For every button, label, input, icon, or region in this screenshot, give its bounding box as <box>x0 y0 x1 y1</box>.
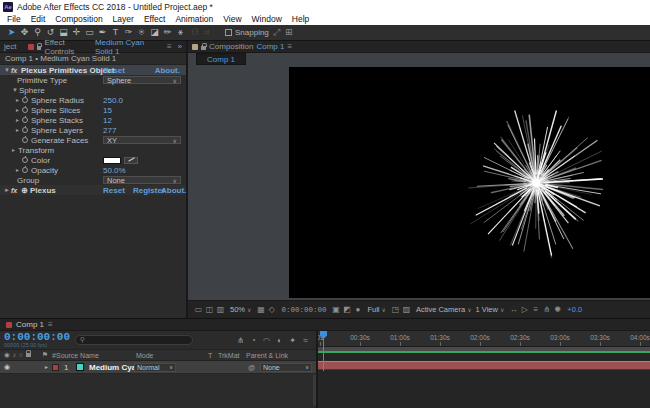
sphere-radius-value[interactable]: 250.0 <box>103 96 123 105</box>
composition-tab[interactable]: Composition <box>209 42 253 51</box>
viewer-tab-comp1[interactable]: Comp 1 <box>196 53 246 65</box>
timeline-scrollbar[interactable] <box>313 374 316 406</box>
panel-menu-icon[interactable]: ≡ <box>167 42 172 51</box>
blend-mode-dropdown[interactable]: Normal <box>134 363 176 372</box>
twirl-down-icon[interactable]: ▼ <box>3 67 11 73</box>
project-tab-partial[interactable]: ject <box>4 42 16 51</box>
expand-icon[interactable]: ► <box>11 147 18 153</box>
expand-icon[interactable]: ► <box>15 167 22 173</box>
magnification-dropdown[interactable]: 50% <box>230 305 251 314</box>
label-column-icon[interactable]: ⚑ <box>38 351 52 359</box>
fx-badge-icon[interactable]: fx <box>11 67 21 74</box>
composition-tab-target[interactable]: Comp 1 <box>256 42 284 51</box>
view-layout-dropdown[interactable]: 1 View <box>476 305 505 314</box>
mode-column-header[interactable]: Mode <box>136 352 154 359</box>
stopwatch-icon[interactable] <box>22 137 28 143</box>
parent-dropdown[interactable]: None <box>260 363 312 372</box>
overflow-icon[interactable]: » <box>178 42 182 51</box>
expand-icon[interactable]: ► <box>15 97 22 103</box>
eye-icon[interactable]: ◉ <box>0 363 14 371</box>
group-dropdown[interactable]: None <box>103 176 181 184</box>
region-of-interest-icon[interactable]: ◳ <box>390 305 401 314</box>
mask-visibility-icon[interactable]: ◇ <box>266 305 277 314</box>
magnification-icon[interactable]: ▥ <box>215 305 226 314</box>
lock-icon[interactable] <box>201 46 206 50</box>
mask-expand-icon[interactable]: ⊞ <box>283 27 295 37</box>
sphere-slices-value[interactable]: 15 <box>103 106 112 115</box>
pixel-aspect-icon[interactable]: ↔ <box>508 305 519 314</box>
composition-frame[interactable] <box>289 67 650 298</box>
shy-layers-icon[interactable]: ◔ <box>247 336 260 345</box>
sphere-stacks-value[interactable]: 12 <box>103 116 112 125</box>
eraser-tool-icon[interactable]: ◪ <box>148 27 161 37</box>
stopwatch-icon[interactable] <box>22 167 28 173</box>
motion-blur-icon[interactable]: ◐ <box>273 336 286 345</box>
brush-tool-icon[interactable]: ✑ <box>122 27 135 37</box>
trkmat-column-header[interactable]: TrkMat <box>218 352 240 359</box>
expand-icon[interactable]: ► <box>15 117 22 123</box>
pickwhip-icon[interactable]: @ <box>248 364 255 371</box>
hand-tool-icon[interactable]: ✥ <box>18 27 31 37</box>
row-sphere-group[interactable]: ▼ Sphere <box>0 85 186 95</box>
twirl-right-icon[interactable]: ► <box>3 187 11 193</box>
expand-icon[interactable]: ► <box>15 107 22 113</box>
effect-name[interactable]: Plexus <box>30 186 56 195</box>
playhead[interactable] <box>320 331 327 371</box>
time-ruler[interactable]: 0s00:30s01:00s01:30s02:00s02:30s03:00s03… <box>318 331 650 347</box>
eye-icon[interactable]: ◉ <box>4 351 10 359</box>
stopwatch-icon[interactable] <box>22 107 28 113</box>
frame-blending-icon[interactable]: ◠ <box>260 336 273 345</box>
t-column-header[interactable]: T <box>208 352 212 359</box>
opacity-value[interactable]: 50.0% <box>103 166 126 175</box>
effect-name[interactable]: Plexus Primitives Object <box>21 66 114 75</box>
roto-brush-tool-icon[interactable]: ✏ <box>161 27 174 37</box>
menu-item[interactable]: Composition <box>50 14 107 24</box>
preview-timecode[interactable]: 0:00:00:00 <box>281 306 326 314</box>
stamp-tool-icon[interactable]: ⍟ <box>135 27 148 38</box>
effect-header-plexus-primitives[interactable]: ▼ fx Plexus Primitives Object Reset Abou… <box>0 65 186 75</box>
menu-bar[interactable]: FileEditCompositionLayerEffectAnimationV… <box>0 13 650 25</box>
snapping-toggle[interactable]: Snapping <box>225 28 269 37</box>
stopwatch-icon[interactable] <box>22 127 28 133</box>
layer-label-color[interactable] <box>52 364 59 371</box>
primitive-type-dropdown[interactable]: Sphere <box>103 76 181 84</box>
exposure-value[interactable]: +0.0 <box>567 305 582 314</box>
expand-icon[interactable]: ► <box>15 127 22 133</box>
timeline-search-input[interactable]: ⚲ <box>75 335 193 345</box>
pan-behind-tool-icon[interactable]: ✛ <box>70 27 83 37</box>
show-snapshot-icon[interactable]: ◩ <box>341 305 352 314</box>
menu-item[interactable]: View <box>218 14 246 24</box>
panel-menu-icon[interactable]: ≡ <box>287 42 292 51</box>
puppet-tool-icon[interactable]: ⚹ <box>174 27 187 38</box>
menu-item[interactable]: Effect <box>139 14 171 24</box>
layer-expand-icon[interactable]: ► <box>44 364 49 370</box>
menu-item[interactable]: File <box>2 14 26 24</box>
mini-flowchart-icon[interactable]: ⋔ <box>234 336 247 345</box>
flowchart-button-icon[interactable]: ⋔ <box>541 305 552 314</box>
snapshot-icon[interactable]: ▣ <box>330 305 341 314</box>
twirl-down-icon[interactable]: ▼ <box>11 87 19 93</box>
panel-menu-icon[interactable]: ≡ <box>48 320 53 329</box>
reset-link[interactable]: Reset <box>103 66 125 75</box>
menu-item[interactable]: Layer <box>108 14 139 24</box>
channels-icon[interactable]: ● <box>352 305 363 314</box>
selection-tool-icon[interactable]: ➤ <box>5 27 18 37</box>
fast-previews-icon[interactable]: ▷ <box>519 305 530 314</box>
shape-expand-icon[interactable]: ⤢ <box>271 27 283 38</box>
always-preview-icon[interactable]: ▭ <box>193 305 204 314</box>
stopwatch-icon[interactable] <box>22 97 28 103</box>
generate-faces-dropdown[interactable]: XY <box>103 136 181 144</box>
lock-icon[interactable] <box>37 46 42 50</box>
shape-tool-icon[interactable]: ▭ <box>83 27 96 37</box>
layer-row-medium-cyan-solid[interactable]: ◉ ► 1 Medium Cyan Solid 1 Normal @ None <box>0 361 316 374</box>
transparency-grid-icon[interactable]: ▨ <box>401 305 412 314</box>
reset-exposure-icon[interactable]: ✺ <box>552 305 563 314</box>
graph-editor-icon[interactable]: ≈ <box>299 336 312 345</box>
composition-viewer[interactable]: Comp 1 <box>188 53 650 300</box>
text-tool-icon[interactable]: T <box>109 27 122 37</box>
source-name-column-header[interactable]: Source Name <box>56 352 99 359</box>
about-link[interactable]: About. <box>155 66 180 75</box>
color-swatch[interactable] <box>103 157 121 164</box>
eyedropper-icon[interactable] <box>124 157 138 164</box>
lock-icon[interactable] <box>26 353 31 357</box>
